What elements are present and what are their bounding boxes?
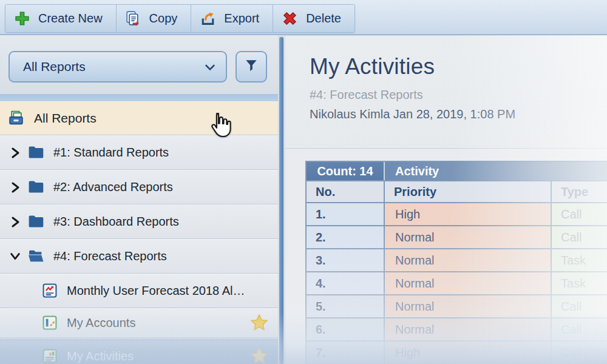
table-cell-type: Call [552, 318, 607, 340]
tree-item-advanced-reports[interactable]: #2: Advanced Reports [0, 170, 278, 204]
table-cell-no: 2. [307, 226, 384, 248]
sidebar: All Reports [0, 35, 278, 364]
table-count-badge: Count: 14 [307, 162, 384, 180]
tree-item-my-accounts[interactable]: My Accounts [0, 308, 278, 338]
table-cell-no: 5. [307, 295, 384, 317]
filter-button[interactable] [236, 51, 267, 83]
chevron-right-icon[interactable] [9, 215, 21, 228]
table-group-header: Activity [385, 162, 607, 180]
chevron-right-icon[interactable] [9, 146, 21, 158]
table-cell-priority: Normal [385, 295, 551, 317]
star-icon[interactable] [250, 314, 268, 332]
column-header-type[interactable]: Type [552, 181, 607, 202]
tree-item-label: #1: Standard Reports [53, 146, 169, 160]
tree-item-my-activities[interactable]: My Activities [0, 338, 278, 364]
export-icon [200, 10, 216, 27]
delete-icon [282, 10, 298, 27]
report-author-timestamp: Nikolaus Kimla Jan 28, 2019, 1:08 PM [310, 107, 607, 121]
activities-report-icon [42, 349, 57, 363]
create-new-label: Create New [38, 12, 103, 25]
funnel-icon [243, 58, 259, 76]
export-label: Export [224, 12, 259, 25]
table-cell-priority: High [385, 342, 551, 363]
tree-item-forecast-reports[interactable]: #4: Forecast Reports [0, 239, 278, 274]
tree-item-label: My Activities [67, 349, 134, 363]
copy-label: Copy [149, 12, 178, 25]
star-icon[interactable] [250, 347, 268, 364]
tree-item-label: #2: Advanced Reports [53, 180, 173, 194]
activities-table: Count: 14 Activity No. Priority Type 1. … [305, 161, 607, 364]
table-cell-priority: Normal [385, 272, 551, 294]
copy-button[interactable]: Copy [117, 5, 192, 32]
reports-tree: All Reports #1: Standard Reports #2: A [0, 101, 278, 364]
folder-icon [28, 180, 44, 195]
table-cell-priority: Normal [385, 318, 551, 340]
table-cell-priority: High [385, 203, 551, 225]
folder-open-icon [28, 249, 44, 264]
table-cell-type: Call [552, 342, 607, 363]
tree-item-dashboard-reports[interactable]: #3: Dashboard Reports [0, 204, 278, 239]
export-button[interactable]: Export [191, 5, 273, 32]
tree-item-label: All Reports [34, 111, 97, 126]
reports-filter-value: All Reports [23, 59, 86, 74]
accounts-report-icon [42, 315, 57, 330]
reports-app-window: Create New Copy [0, 0, 607, 364]
table-cell-no: 1. [307, 203, 384, 225]
copy-icon [125, 10, 141, 27]
folder-icon [28, 214, 44, 229]
archive-drawer-icon [8, 110, 24, 126]
table-cell-no: 3. [307, 249, 384, 271]
report-view: My Activities #4: Forecast Reports Nikol… [285, 35, 607, 364]
table-cell-type: Call [552, 203, 607, 225]
table-cell-priority: Normal [385, 226, 551, 248]
chevron-right-icon[interactable] [9, 181, 21, 193]
report-folder-subtitle: #4: Forecast Reports [310, 88, 607, 102]
delete-label: Delete [306, 12, 341, 25]
toolbar-button-group: Create New Copy [5, 4, 355, 33]
tree-item-label: #4: Forecast Reports [53, 249, 167, 263]
tree-item-label: My Accounts [67, 316, 135, 330]
delete-button[interactable]: Delete [273, 5, 354, 32]
tree-item-all-reports[interactable]: All Reports [0, 101, 278, 135]
report-header: My Activities #4: Forecast Reports Nikol… [285, 35, 607, 149]
toolbar: Create New Copy [0, 0, 607, 35]
table-cell-no: 4. [307, 272, 384, 294]
tree-item-standard-reports[interactable]: #1: Standard Reports [0, 135, 278, 170]
table-cell-type: Task [552, 249, 607, 271]
reports-filter-dropdown[interactable]: All Reports [8, 51, 227, 83]
chart-report-icon [42, 283, 57, 298]
tree-item-monthly-user-forecast[interactable]: Monthly User Forecast 2018 Al… [0, 274, 278, 308]
table-cell-type: Task [552, 272, 607, 294]
sidebar-filter-bar: All Reports [0, 35, 278, 94]
sidebar-divider-band [0, 94, 278, 101]
column-header-no[interactable]: No. [307, 181, 384, 202]
tree-item-label: #3: Dashboard Reports [53, 215, 179, 229]
page-title: My Activities [310, 54, 607, 79]
table-cell-type: Call [552, 226, 607, 248]
panel-splitter[interactable] [278, 35, 285, 364]
table-cell-no: 6. [307, 318, 384, 340]
plus-icon [14, 10, 30, 27]
column-header-priority[interactable]: Priority [385, 181, 551, 202]
tree-item-label: Monthly User Forecast 2018 Al… [67, 284, 245, 298]
scrollbar-thumb[interactable] [279, 37, 283, 364]
table-cell-no: 7. [307, 342, 384, 363]
folder-icon [28, 145, 44, 160]
chevron-down-icon[interactable] [9, 250, 21, 262]
table-cell-priority: Normal [385, 249, 551, 271]
create-new-button[interactable]: Create New [5, 5, 117, 32]
chevron-down-icon [205, 59, 215, 74]
table-cell-type: Call [552, 295, 607, 317]
